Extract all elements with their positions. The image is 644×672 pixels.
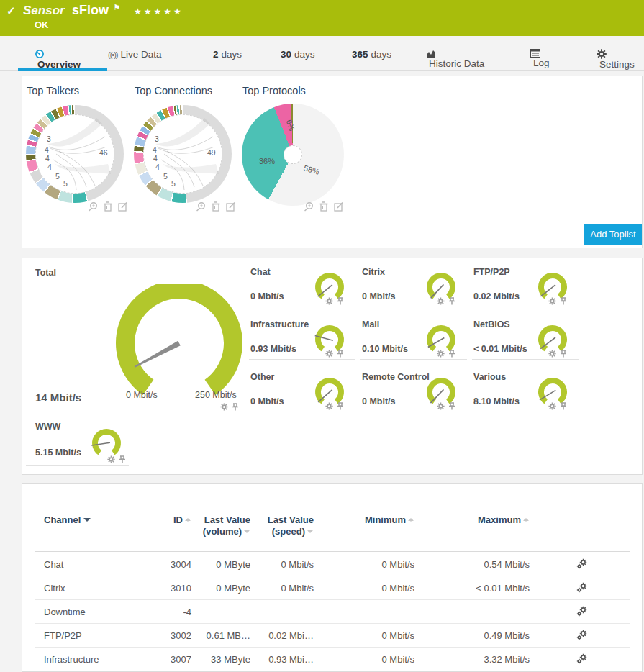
tab-label: days — [294, 49, 315, 60]
segment-label: 5 — [63, 179, 68, 188]
gauge-needle — [133, 341, 180, 370]
tab-365-days[interactable]: 365days — [352, 49, 391, 68]
broadcast-icon: ((•)) — [108, 50, 118, 59]
priority-stars[interactable]: ★★★★★ — [134, 6, 183, 17]
gear-icon[interactable] — [437, 402, 445, 410]
gear-icon[interactable] — [548, 297, 556, 305]
sort-icon — [185, 515, 191, 525]
delete-icon[interactable] — [104, 201, 112, 212]
tab-overview[interactable]: Overview — [35, 49, 81, 68]
pin-icon[interactable] — [448, 402, 455, 410]
table-row-ftp-p2p[interactable]: FTP/P2P 3002 0.61 MB… 0.02 Mbi… 0 Mbit/s… — [22, 624, 643, 648]
top-connections-chart[interactable]: 49 3 4 4 4 5 5 — [134, 105, 232, 203]
gauge-title: Infrastructure — [250, 319, 309, 330]
gauge-icon — [35, 49, 45, 59]
tab-label: Live Data — [121, 49, 162, 60]
sort-desc-icon — [83, 518, 91, 525]
toplist-top-talkers[interactable]: Top Talkers 46 3 4 4 4 5 5 — [26, 82, 131, 217]
channel-settings-icon[interactable] — [576, 582, 594, 595]
toplist-title: Top Connections — [135, 85, 212, 96]
pin-icon[interactable] — [337, 350, 344, 358]
pin-icon[interactable] — [337, 402, 344, 410]
tab-label: days — [371, 49, 392, 60]
chart-hole — [284, 145, 302, 164]
channel-settings-icon[interactable] — [576, 630, 594, 643]
gauge-title: Citrix — [362, 267, 385, 277]
inspect-zoom-icon[interactable] — [304, 201, 314, 212]
cell-maximum — [454, 600, 530, 624]
add-toplist-button[interactable]: Add Toplist — [584, 224, 642, 245]
gauge-cell-other: Other 0 Mbit/s — [249, 371, 355, 412]
channel-settings-icon[interactable] — [576, 606, 594, 619]
column-header-last-value-speed[interactable]: Last Value (speed) — [256, 514, 314, 537]
column-header-channel[interactable]: Channel — [44, 514, 91, 526]
delete-icon[interactable] — [319, 201, 328, 212]
pin-icon[interactable] — [119, 455, 126, 463]
segment-label: 4 — [45, 145, 49, 154]
pin-icon[interactable] — [232, 403, 239, 411]
cell-maximum: 0.54 Mbit/s — [454, 553, 530, 576]
gauge-cell-toolbar — [107, 455, 126, 463]
gear-icon[interactable] — [325, 297, 333, 305]
gear-icon[interactable] — [437, 350, 445, 358]
gear-icon[interactable] — [325, 402, 333, 410]
gauge-cell-toolbar — [548, 402, 567, 410]
gauge-value: 0.93 Mbit/s — [250, 344, 296, 354]
toplist-top-connections[interactable]: Top Connections 49 3 4 4 4 5 5 — [134, 82, 239, 217]
slice-label: 6% — [285, 119, 296, 132]
gear-icon[interactable] — [548, 402, 556, 410]
pin-icon[interactable] — [560, 350, 567, 358]
channel-settings-icon[interactable] — [576, 558, 594, 571]
table-row-citrix[interactable]: Citrix 3010 0 MByte 0 Mbit/s 0 Mbit/s < … — [22, 576, 643, 600]
toplist-title: Top Protocols — [242, 85, 306, 96]
inspect-zoom-icon[interactable] — [88, 201, 98, 212]
flag-icon[interactable]: ⚑ — [114, 3, 121, 12]
column-header-last-value-volume[interactable]: Last Value (volume) — [193, 514, 250, 537]
table-row-infrastructure[interactable]: Infrastructure 3007 33 MByte 0.93 Mbi… 0… — [22, 648, 643, 671]
table-row-chat[interactable]: Chat 3004 0 MByte 0 Mbit/s 0 Mbit/s 0.54… — [22, 553, 643, 576]
column-header-minimum[interactable]: Minimum — [350, 514, 414, 526]
tab-settings[interactable]: Settings — [597, 49, 635, 68]
tab-log[interactable]: Log — [530, 49, 550, 68]
inspect-zoom-icon[interactable] — [196, 201, 206, 212]
gear-icon[interactable] — [107, 455, 115, 463]
channel-settings-icon[interactable] — [576, 653, 594, 666]
tab-live-data[interactable]: ((•))Live Data — [108, 49, 162, 68]
column-label: Maximum — [478, 514, 521, 525]
cell-minimum: 0 Mbit/s — [350, 553, 414, 576]
gauge-title: Mail — [362, 319, 379, 330]
delete-icon[interactable] — [212, 201, 220, 212]
tab-label: Overview — [37, 59, 81, 70]
pin-icon[interactable] — [560, 297, 567, 305]
tab-30-days[interactable]: 30days — [281, 49, 315, 68]
column-header-id[interactable]: ID — [130, 514, 191, 526]
table-row-downtime[interactable]: Downtime -4 — [22, 600, 643, 624]
gauge-value: 0 Mbit/s — [250, 291, 284, 301]
edit-icon[interactable] — [334, 201, 344, 212]
pin-icon[interactable] — [337, 297, 344, 305]
gear-icon[interactable] — [437, 297, 445, 305]
toplist-top-protocols[interactable]: Top Protocols 36% 58% 6% — [242, 82, 347, 217]
segment-label: 49 — [207, 148, 216, 157]
edit-icon[interactable] — [118, 201, 128, 212]
chord-ribbons — [26, 105, 124, 203]
edit-icon[interactable] — [226, 201, 236, 212]
tab-2-days[interactable]: 2days — [213, 49, 242, 68]
row-divider — [35, 671, 630, 671]
tab-historic-data[interactable]: Historic Data — [426, 49, 484, 68]
top-talkers-chart[interactable]: 46 3 4 4 4 5 5 — [26, 105, 124, 203]
column-header-maximum[interactable]: Maximum — [458, 514, 530, 526]
pin-icon[interactable] — [448, 350, 455, 358]
tab-number: 30 — [281, 49, 291, 60]
gear-icon[interactable] — [325, 350, 333, 358]
gear-icon[interactable] — [548, 350, 556, 358]
pin-icon[interactable] — [560, 402, 567, 410]
gear-icon[interactable] — [220, 403, 228, 411]
top-protocols-chart[interactable]: 36% 58% 6% — [242, 104, 344, 206]
gauge-cell-toolbar — [437, 350, 455, 358]
gauge-title: NetBIOS — [473, 319, 510, 330]
pin-icon[interactable] — [448, 297, 455, 305]
tab-number: 2 — [213, 49, 219, 60]
gauge-title: Other — [250, 372, 274, 382]
cell-id: -4 — [130, 600, 191, 624]
